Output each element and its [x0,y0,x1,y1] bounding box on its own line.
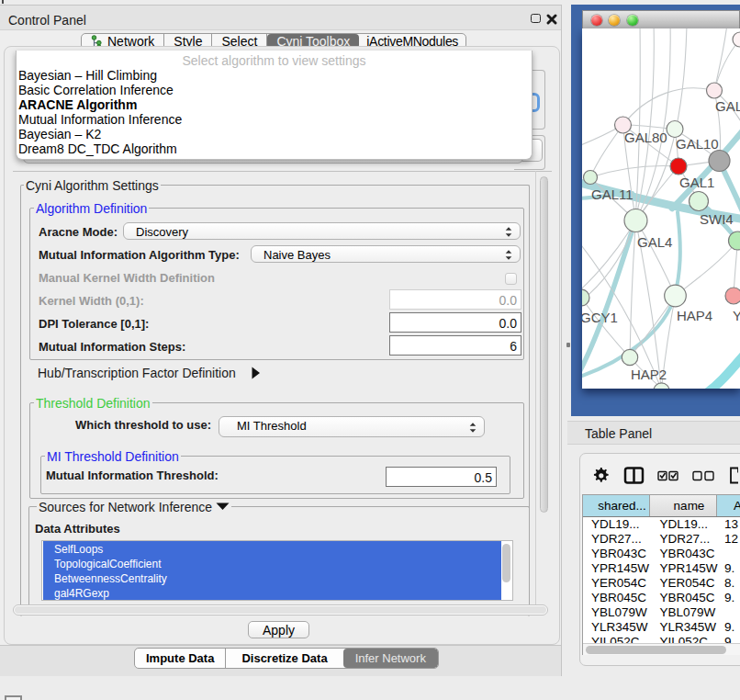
svg-text:YEL0: YEL0 [733,308,740,323]
svg-text:GAL4: GAL4 [637,234,672,250]
svg-text:GAL80: GAL80 [624,130,667,145]
svg-text:SWI4: SWI4 [700,211,734,227]
svg-text:GAL11: GAL11 [591,186,633,202]
svg-text:GAL10: GAL10 [676,136,719,152]
svg-text:HAP4: HAP4 [677,308,712,323]
svg-text:GAL7: GAL7 [715,98,740,114]
svg-text:HAP2: HAP2 [631,367,667,382]
svg-text:GAL1: GAL1 [679,175,714,190]
svg-text:GCY1: GCY1 [582,310,618,325]
